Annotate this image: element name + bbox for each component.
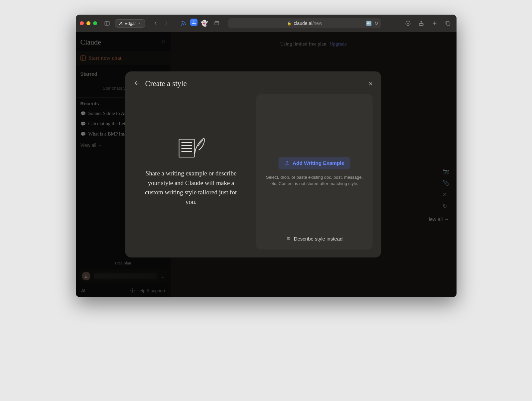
translate-icon[interactable]: 🔤 xyxy=(366,21,372,26)
reader-icon[interactable] xyxy=(212,19,221,28)
svg-point-3 xyxy=(182,25,182,25)
rss-icon[interactable] xyxy=(179,19,188,28)
create-style-modal: Create a style ✕ Share a writing example… xyxy=(125,71,381,257)
tabs-icon[interactable] xyxy=(443,19,453,28)
extensions: 工 👻 xyxy=(179,19,209,28)
titlebar: Edgar 工 👻 🔒 claude.ai/new 🔤 ↻ xyxy=(76,15,457,32)
modal-left-pane: Share a writing example or describe your… xyxy=(134,94,248,250)
svg-point-2 xyxy=(120,22,121,23)
titlebar-right xyxy=(403,19,453,28)
upload-hint: Select, drop, or paste existing doc, pos… xyxy=(265,174,364,187)
add-button-label: Add Writing Example xyxy=(293,160,344,166)
extension-icon[interactable]: 工 xyxy=(190,19,198,26)
url-host: claude.ai xyxy=(294,21,312,26)
browser-window: Edgar 工 👻 🔒 claude.ai/new 🔤 ↻ xyxy=(76,15,457,297)
modal-description: Share a writing example or describe your… xyxy=(141,169,242,207)
modal-close-button[interactable]: ✕ xyxy=(368,81,373,87)
quill-illustration xyxy=(176,137,206,160)
describe-style-button[interactable]: Describe style instead xyxy=(256,236,373,242)
address-bar[interactable]: 🔒 claude.ai/new 🔤 ↻ xyxy=(228,18,381,28)
downloads-icon[interactable] xyxy=(403,19,413,28)
add-writing-example-button[interactable]: Add Writing Example xyxy=(279,157,350,169)
modal-title: Create a style xyxy=(145,79,364,88)
lock-icon: 🔒 xyxy=(287,21,292,26)
describe-style-label: Describe style instead xyxy=(294,236,343,242)
upload-icon xyxy=(285,160,290,166)
minimize-window-button[interactable] xyxy=(86,21,90,25)
new-tab-icon[interactable] xyxy=(430,19,439,28)
reload-icon[interactable]: ↻ xyxy=(374,21,378,26)
back-button[interactable] xyxy=(150,19,161,28)
modal-back-button[interactable] xyxy=(134,80,141,88)
chevron-down-icon xyxy=(138,22,141,25)
svg-rect-0 xyxy=(105,21,109,25)
text-align-icon xyxy=(286,236,291,241)
nav-arrows xyxy=(150,19,172,28)
upload-drop-zone[interactable]: Add Writing Example Select, drop, or pas… xyxy=(256,94,373,250)
profile-name: Edgar xyxy=(125,21,136,26)
sidebar-toggle-icon[interactable] xyxy=(102,19,112,28)
svg-rect-4 xyxy=(215,22,219,25)
forward-button xyxy=(161,19,172,28)
svg-rect-10 xyxy=(447,22,450,25)
ghost-extension-icon[interactable]: 👻 xyxy=(200,19,209,28)
profile-menu[interactable]: Edgar xyxy=(115,19,145,28)
share-icon[interactable] xyxy=(417,19,426,28)
maximize-window-button[interactable] xyxy=(93,21,97,25)
url-path: /new xyxy=(312,21,322,26)
window-controls xyxy=(80,21,97,25)
close-window-button[interactable] xyxy=(80,21,84,25)
content-area: Claude Start new chat Starred Star chats… xyxy=(76,32,457,297)
